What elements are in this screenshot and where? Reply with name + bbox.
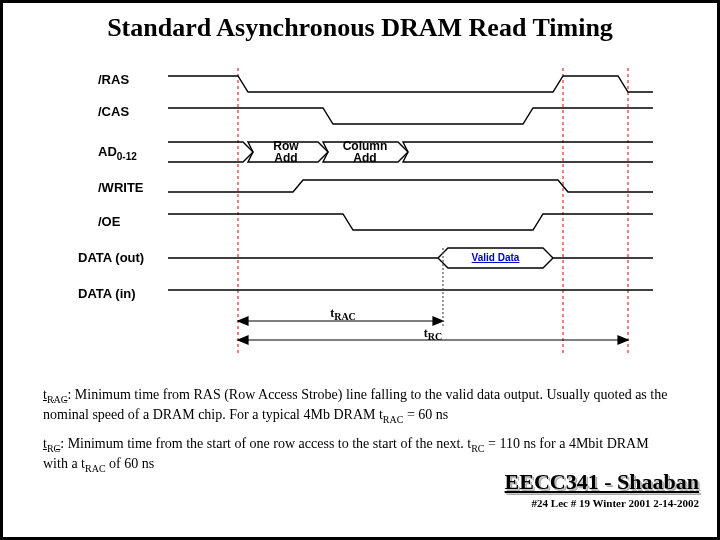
label-addr-sub: 0-12 [117,151,137,162]
label-row-add: Row Add [256,140,316,164]
svg-marker-4 [238,317,248,325]
note-trac: tRAC: Minimum time from RAS (Row Access … [43,386,677,427]
n1e: RAC [383,414,404,425]
label-ras: /RAS [98,72,129,87]
label-trac: tRAC [318,306,368,322]
n2b: RC [47,442,60,453]
slide-footer: EECC341 - Shaaban #24 Lec # 19 Winter 20… [505,469,699,509]
n2g: RAC [85,463,106,474]
n1b: RAC [47,394,68,405]
label-trc-sub: RC [428,331,442,342]
label-oe: /OE [98,214,120,229]
timing-diagram: /RAS /CAS AD0-12 /WRITE /OE DATA (out) D… [98,58,658,358]
svg-marker-9 [618,336,628,344]
label-cas: /CAS [98,104,129,119]
svg-marker-5 [433,317,443,325]
label-trc: tRC [408,326,458,342]
n1f: = 60 ns [403,407,448,422]
label-addr: AD0-12 [98,144,137,162]
slide-title: Standard Asynchronous DRAM Read Timing [3,13,717,43]
n2d: Minimum time from the start of one row a… [64,436,471,451]
svg-marker-8 [238,336,248,344]
timing-svg [98,58,658,358]
label-trac-sub: RAC [334,311,356,322]
footer-sub: #24 Lec # 19 Winter 2001 2-14-2002 [505,497,699,509]
n2e: RC [471,442,484,453]
label-addr-text: AD [98,144,117,159]
label-dout: DATA (out) [78,250,144,265]
n2h: of 60 ns [106,456,155,471]
label-write: /WRITE [98,180,144,195]
label-col-add: Column Add [330,140,400,164]
label-din: DATA (in) [78,286,136,301]
footer-course: EECC341 - Shaaban [505,469,699,495]
label-valid-data: Valid Data [448,252,543,263]
slide-frame: Standard Asynchronous DRAM Read Timing [0,0,720,540]
n1d: Minimum time from RAS (Row Access Strobe… [43,387,667,422]
